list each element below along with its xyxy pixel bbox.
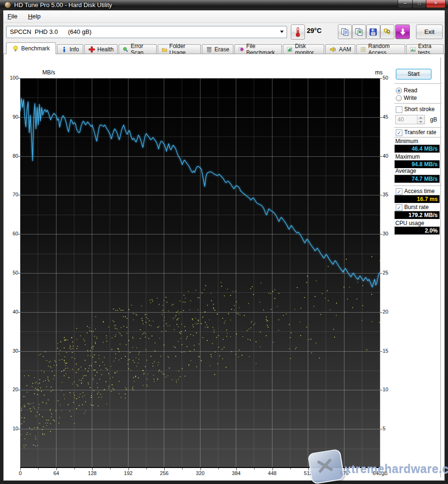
drive-selector-dropdown[interactable]: SPCCN PHD 3.0 (640 gB): [6, 26, 287, 38]
copy-text-button[interactable]: [338, 24, 352, 39]
read-label: Read: [404, 87, 417, 94]
tick-mark: [254, 468, 255, 469]
tick-mark: [272, 468, 273, 470]
thermometer-icon: [294, 27, 302, 37]
start-button[interactable]: Start: [396, 69, 432, 80]
copy-image-icon: [355, 28, 363, 36]
tick-mark: [380, 117, 382, 118]
exit-button[interactable]: Exit: [416, 24, 443, 39]
axis-tick-label: 5: [383, 426, 397, 431]
average-label: Average: [395, 168, 416, 174]
tick-mark: [344, 468, 345, 470]
axis-tick-label: 60: [0, 231, 18, 236]
tick-mark: [380, 273, 382, 274]
tab-file-benchmark[interactable]: File Benchmark: [234, 44, 282, 54]
transfer-rate-checkbox[interactable]: ✓: [396, 129, 402, 136]
read-radio[interactable]: [396, 88, 402, 94]
chevron-down-icon: [280, 31, 284, 33]
axis-tick-label: 40: [383, 153, 397, 159]
tick-mark: [146, 468, 147, 469]
short-stroke-size-spinner[interactable]: 40: [395, 115, 425, 124]
tick-mark: [18, 156, 20, 157]
menu-help[interactable]: Help: [24, 10, 45, 22]
y-right-axis-unit: ms: [375, 69, 383, 76]
options-button[interactable]: [380, 24, 394, 39]
tab-disk-monitor[interactable]: Disk monitor: [283, 44, 324, 54]
title-bar[interactable]: HD Tune Pro 5.00 - Hard Disk Utility – □…: [0, 0, 448, 10]
tab-random-access[interactable]: Random Access: [356, 44, 405, 54]
file-benchmark-icon: [239, 46, 244, 53]
access-time-checkbox[interactable]: ✓: [396, 188, 402, 195]
short-stroke-unit: gB: [430, 116, 437, 123]
tab-label: Erase: [215, 46, 229, 53]
tab-folder-usage[interactable]: Folder Usage: [158, 44, 201, 54]
separator: [394, 127, 442, 128]
temperature-value: 29°C: [307, 27, 321, 34]
axis-tick-label: 384: [232, 470, 240, 476]
tick-mark: [18, 234, 20, 234]
tab-label: Health: [97, 46, 114, 53]
access-time-label: Access time: [404, 188, 435, 194]
axis-tick-label: 576: [340, 470, 348, 476]
tick-mark: [380, 78, 382, 79]
close-button[interactable]: ✕: [426, 0, 446, 8]
tab-erase[interactable]: Erase: [202, 44, 233, 54]
copy-text-icon: [341, 28, 349, 36]
tab-extra-tests[interactable]: Extra tests: [406, 44, 444, 54]
axis-tick-label: 448: [268, 470, 276, 476]
tab-label: Info: [70, 46, 79, 53]
tick-mark: [18, 390, 20, 390]
trash-icon: [206, 46, 212, 53]
spinner-down-button[interactable]: [417, 120, 424, 124]
axis-tick-label: 25: [383, 270, 397, 275]
tick-mark: [128, 468, 129, 470]
exit-label: Exit: [424, 28, 435, 35]
cpu-usage-label: CPU usage: [395, 220, 424, 226]
speaker-icon: [329, 46, 336, 53]
tab-health[interactable]: Health: [84, 44, 118, 54]
drive-selector-value: SPCCN PHD 3.0 (640 gB): [10, 26, 91, 37]
tab-benchmark[interactable]: Benchmark: [6, 42, 56, 54]
panel-right-divider: [440, 57, 441, 477]
tick-mark: [380, 156, 382, 157]
tick-mark: [18, 273, 20, 274]
health-cross-icon: [88, 46, 95, 53]
average-value: 74.7 MB/s: [394, 175, 440, 183]
bar-chart-icon: [287, 46, 292, 53]
temperature-button[interactable]: [291, 24, 305, 40]
axis-tick-label: 0: [19, 470, 22, 476]
tick-mark: [380, 468, 381, 470]
tab-info[interactable]: Info: [57, 44, 83, 54]
info-icon: [61, 46, 67, 53]
copy-image-button[interactable]: [352, 24, 366, 39]
hd-tune-window: { "window": { "title": "HD Tune Pro 5.00…: [0, 0, 448, 484]
tick-mark: [18, 78, 20, 79]
download-arrow-icon: [399, 28, 407, 36]
axis-tick-label: 10: [0, 426, 18, 431]
tick-mark: [74, 468, 75, 469]
axis-tick-label: 256: [160, 470, 168, 476]
minimize-button[interactable]: –: [398, 0, 413, 8]
short-stroke-checkbox[interactable]: [396, 106, 402, 113]
menu-file[interactable]: File: [3, 10, 22, 22]
transfer-rate-label: Transfer rate: [404, 129, 436, 136]
write-label: Write: [404, 95, 417, 101]
axis-tick-label: 320: [196, 470, 204, 476]
folder-icon: [162, 47, 167, 53]
axis-tick-label: 50: [383, 75, 397, 81]
save-button[interactable]: [366, 24, 380, 39]
separator: [394, 83, 442, 84]
tab-error-scan[interactable]: Error Scan: [119, 44, 156, 54]
tick-mark: [380, 351, 382, 352]
save-icon: [369, 28, 377, 36]
tab-aam[interactable]: AAM: [325, 44, 355, 54]
benchmark-chart: [20, 78, 380, 468]
window-title: HD Tune Pro 5.00 - Hard Disk Utility: [14, 0, 112, 10]
burst-rate-checkbox[interactable]: ✓: [396, 204, 402, 211]
write-radio[interactable]: [396, 95, 402, 101]
axis-tick-label: 20: [0, 387, 18, 392]
axis-tick-label: 30: [0, 348, 18, 354]
capture-button[interactable]: [395, 24, 410, 39]
maximize-button[interactable]: □: [412, 0, 426, 8]
axis-tick-label: 640gB: [373, 470, 388, 476]
